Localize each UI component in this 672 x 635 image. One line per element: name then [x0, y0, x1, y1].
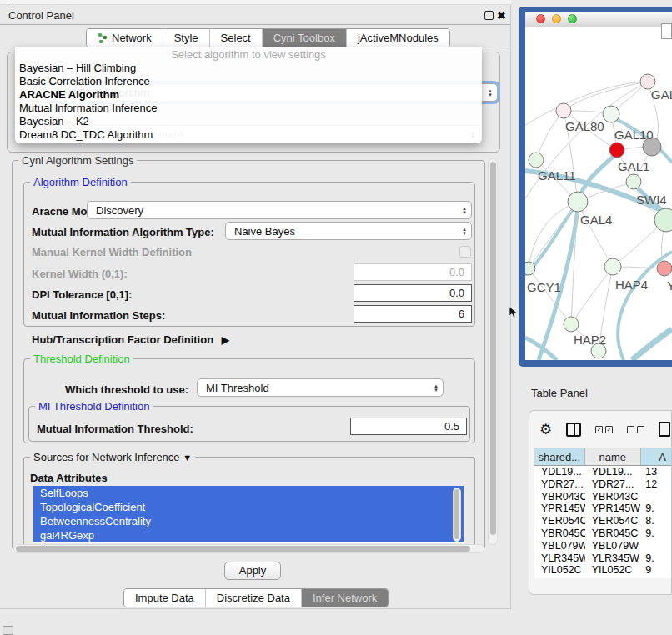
table-cell [641, 540, 672, 552]
table-row[interactable]: YBR045CYBR045C9. [534, 528, 672, 540]
mi-threshold-field[interactable]: 0.5 [350, 418, 467, 435]
cyni-mode-tabs: Impute DataDiscretize DataInfer Network [123, 588, 389, 608]
network-node-gcy1[interactable] [525, 262, 535, 275]
network-node-label: GAL1 [618, 159, 649, 173]
table-cell: YER054C [534, 515, 585, 528]
network-node-label: Y [667, 278, 672, 292]
attribute-list-item[interactable]: TopologicalCoefficient [33, 500, 464, 514]
attribute-list-item[interactable]: SelfLoops [33, 486, 464, 500]
manual-kernel-width-checkbox[interactable] [459, 246, 471, 258]
attribute-list-item[interactable]: BetweennessCentrality [33, 514, 464, 528]
tab-cyni-toolbox[interactable]: Cyni Toolbox [263, 29, 347, 47]
dpi-tolerance-label: DPI Tolerance [0,1]: [32, 288, 132, 301]
algorithm-option[interactable]: Basic Correlation Inference [15, 75, 482, 88]
tab-discretize-data[interactable]: Discretize Data [206, 589, 302, 607]
table-cell: YBR043C [534, 491, 585, 503]
algorithm-option[interactable]: Bayesian – Hill Climbing [15, 62, 482, 75]
network-node-hap4[interactable] [604, 258, 621, 275]
network-node-label: SWI4 [636, 192, 667, 207]
settings-vertical-scrollbar[interactable] [488, 158, 498, 545]
which-threshold-value: MI Threshold [198, 382, 429, 394]
stepper-arrows-icon: ▴▾ [458, 206, 471, 214]
table-row[interactable]: YPR145WYPR145W9. [534, 502, 672, 515]
table-cell: YDL19... [534, 466, 585, 478]
split-view-icon[interactable] [566, 422, 581, 437]
manual-kernel-width-label: Manual Kernel Width Definition [32, 246, 192, 258]
sources-legend[interactable]: Sources for Network Inference ▼ [30, 452, 195, 463]
mi-algorithm-type-combobox[interactable]: Naive Bayes ▴▾ [225, 222, 472, 240]
network-node-gal80[interactable] [556, 103, 571, 118]
aracne-mode-combobox[interactable]: Discovery ▴▾ [87, 201, 472, 219]
table-cell: 9. [641, 528, 672, 540]
network-node-hap2[interactable] [564, 317, 579, 332]
mouse-cursor [509, 307, 519, 318]
tab-infer-network[interactable]: Infer Network [302, 589, 388, 607]
table-row[interactable]: YBR043CYBR043C [534, 491, 672, 503]
dpi-tolerance-field[interactable]: 0.0 [354, 284, 472, 302]
table-row[interactable]: YLR345WYLR345W9. [534, 552, 672, 565]
tab-label: Discretize Data [217, 592, 290, 604]
hub-tf-definition-expander[interactable]: Hub/Transcription Factor Definition ▶ [32, 333, 229, 346]
mi-threshold-definition-legend: MI Threshold Definition [35, 401, 153, 412]
gear-icon[interactable]: ⚙ [539, 422, 552, 437]
network-node-gal1[interactable] [609, 142, 624, 158]
network-node-label: GCY1 [527, 280, 561, 294]
table-row[interactable]: YBL079WYBL079W [534, 540, 672, 552]
table-panel-toolbar: ⚙ ✓✓ [529, 411, 671, 448]
algorithm-option[interactable]: Bayesian – K2 [15, 115, 482, 128]
table-row[interactable]: YDR27...YDR27...12 [534, 478, 672, 491]
kernel-width-field[interactable]: 0.0 [354, 263, 472, 281]
table-header-row: shared...nameA [534, 448, 672, 466]
tab-label: Cyni Toolbox [273, 32, 335, 44]
mi-steps-field[interactable]: 6 [354, 305, 472, 322]
collapsed-corner-widget[interactable] [3, 626, 13, 635]
kernel-width-label: Kernel Width (0,1): [32, 268, 128, 280]
data-attributes-list[interactable]: SelfLoopsTopologicalCoefficientBetweenne… [33, 486, 464, 543]
tab-impute-data[interactable]: Impute Data [124, 589, 206, 607]
table-column-header[interactable]: shared... [534, 448, 585, 465]
export-table-icon[interactable] [659, 422, 670, 437]
settings-horizontal-scrollbar[interactable] [13, 544, 484, 553]
attribute-list-item[interactable]: gal4RGexp [33, 528, 464, 542]
network-canvas[interactable]: GALGAL80GAL10GAL1GAL11SWI4GAL4HAP4YGCY1H… [525, 27, 672, 360]
tab-label: Infer Network [313, 592, 377, 604]
close-panel-icon[interactable]: ✖ [497, 11, 506, 20]
apply-button[interactable]: Apply [224, 562, 281, 580]
network-node-swi4[interactable] [626, 174, 641, 189]
minimize-window-icon[interactable] [552, 14, 561, 23]
algorithm-option[interactable]: Mutual Information Inference [15, 102, 482, 115]
network-node-gal4[interactable] [568, 192, 588, 212]
algorithm-option[interactable]: ARACNE Algorithm [15, 88, 482, 102]
attributes-list-scrollbar[interactable] [453, 488, 461, 542]
tab-label: Select [221, 32, 251, 44]
table-cell: YBL079W [585, 540, 642, 552]
table-row[interactable]: YIL052CYIL052C9 [534, 564, 672, 577]
network-node-salmon[interactable] [657, 261, 672, 276]
zoom-window-icon[interactable] [568, 14, 577, 23]
float-panel-icon[interactable] [484, 11, 494, 20]
mi-steps-label: Mutual Information Steps: [32, 309, 165, 322]
network-window-titlebar[interactable] [525, 12, 672, 27]
algorithm-option[interactable]: Dream8 DC_TDC Algorithm [15, 128, 482, 142]
select-all-columns-icon[interactable]: ✓✓ [595, 426, 613, 433]
table-cell: YLR345W [585, 552, 642, 565]
deselect-all-columns-icon[interactable] [627, 426, 644, 433]
tab-style[interactable]: Style [163, 29, 210, 47]
close-window-icon[interactable] [536, 14, 545, 23]
table-row[interactable]: YDL19...YDL19...13 [534, 466, 672, 478]
tab-jactivemnodules[interactable]: jActiveMNodules [347, 29, 449, 47]
tab-network[interactable]: Network [87, 29, 163, 47]
table-cell: 12 [641, 478, 672, 491]
window-edge-tick [8, 0, 8, 4]
network-node-gal10[interactable] [603, 106, 619, 122]
network-node-label: GAL4 [580, 212, 612, 227]
which-threshold-combobox[interactable]: MI Threshold ▴▾ [197, 378, 444, 397]
table-column-header[interactable]: A [641, 448, 672, 465]
table-row[interactable]: YER054CYER054C8. [534, 515, 672, 528]
table-cell: 9. [641, 502, 672, 515]
data-attributes-label: Data Attributes [30, 472, 108, 484]
tab-select[interactable]: Select [210, 29, 263, 47]
table-cell: YBR043C [585, 491, 642, 503]
table-column-header[interactable]: name [585, 448, 641, 465]
network-node-gal11[interactable] [529, 152, 544, 168]
